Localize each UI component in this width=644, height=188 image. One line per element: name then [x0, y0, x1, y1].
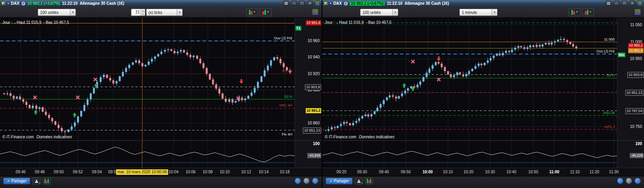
candle-up	[493, 56, 495, 58]
candle-down	[109, 78, 111, 80]
candle-down	[202, 63, 204, 68]
time-tick-label: 10:10	[443, 170, 453, 174]
candle-down	[199, 59, 201, 63]
last-update-time: 11:22:10	[387, 1, 402, 6]
candle-down	[563, 39, 565, 40]
spinner-arrows[interactable]: ▴▾	[141, 9, 145, 16]
candle-up	[74, 122, 76, 126]
candle-up	[352, 123, 354, 125]
invite-user-button[interactable]: +	[33, 178, 40, 184]
indicator-add-button[interactable]: ▾	[260, 8, 272, 16]
candle-up	[257, 82, 259, 87]
candle-up	[90, 93, 92, 99]
candle-up	[132, 62, 134, 65]
minimize-button[interactable]: –	[613, 1, 619, 6]
candle-up	[71, 126, 73, 130]
indicator-add-button[interactable]: ▾	[582, 8, 594, 16]
candle-up	[361, 116, 363, 118]
time-tick-label: 09:48	[35, 170, 44, 174]
price-axis[interactable]: 11 05011 00010 95010 90010 85010 75010 9…	[617, 18, 644, 168]
candle-down	[51, 118, 53, 121]
candlestick-style-button[interactable]: ▾	[246, 8, 258, 16]
candle-up	[416, 85, 418, 87]
time-tick-label: 10:04	[168, 170, 178, 174]
candlestick-style-button[interactable]: ▾	[569, 8, 580, 16]
target-button[interactable]	[312, 178, 318, 184]
price-chart[interactable]: Jour :▴Haut 11 015,9▾Bas 10 457,5 © IT-F…	[322, 18, 617, 140]
maximize-button[interactable]: □	[299, 1, 305, 6]
account-button[interactable]	[303, 178, 310, 184]
candle-up	[517, 46, 519, 48]
candle-up	[122, 72, 124, 76]
close-button[interactable]: ×	[629, 1, 635, 6]
indicator-pane[interactable]	[322, 140, 617, 168]
candle-down	[462, 74, 464, 76]
window-titlebar[interactable]: ▾ DAX i 10 982,1 (+3,67%) 11:22:10 Allem…	[0, 0, 322, 7]
timeframe-select[interactable]: 1 minute ▾	[459, 9, 497, 16]
refresh-button[interactable]	[295, 178, 301, 184]
chevron-down-icon[interactable]: ▾	[330, 2, 332, 5]
candle-up	[343, 122, 345, 124]
mini-chart-icon[interactable]	[315, 1, 320, 6]
chart-shortcut-button[interactable]	[365, 178, 373, 184]
sell-arrow-icon	[437, 56, 441, 61]
time-axis[interactable]: 09:4609:4809:5009:5209:5409:5610:0410:06…	[0, 168, 322, 176]
candle-up	[228, 99, 230, 102]
units-select[interactable]: 100 unités ▾	[38, 9, 76, 16]
account-button[interactable]	[626, 178, 632, 184]
candle-down	[35, 106, 37, 109]
axis-price-label: 10 903,9	[627, 72, 644, 78]
price-chart[interactable]: Jour :▴Haut 11 015,9▾Bas 10 457,5 © IT-F…	[0, 18, 295, 140]
time-tick-label: 09:50	[401, 170, 411, 174]
invite-user-button[interactable]: +	[355, 178, 363, 184]
candle-up	[135, 60, 137, 62]
share-button[interactable]: ↗Partager	[3, 178, 30, 184]
units-select[interactable]: 100 unités ▾	[360, 9, 398, 16]
candle-down	[241, 98, 243, 100]
candlestick-plot[interactable]	[322, 18, 617, 140]
close-button[interactable]: ×	[307, 1, 313, 6]
keyboard-icon[interactable]: ▤	[283, 1, 289, 6]
price-axis[interactable]: 10 96010 94010 92010 90010 86010 981,6T1…	[295, 18, 322, 168]
candle-up	[428, 69, 430, 73]
chart-toolbar: 100 unités ▾ 1 minute ▾ ▾ ▾	[322, 7, 644, 18]
chart-shortcut-button[interactable]	[43, 178, 51, 184]
maximize-button[interactable]: □	[621, 1, 627, 6]
candle-up	[160, 52, 162, 54]
candle-up	[554, 41, 556, 43]
window-titlebar[interactable]: ▾ DAX i 10 982,1 (+3,67%) 11:22:10 Allem…	[322, 0, 644, 7]
share-icon: ↗	[7, 179, 10, 183]
indicator-axis: 100-46,229	[617, 140, 644, 168]
time-axis[interactable]: 09:2009:3009:4009:5010:0010:1010:2010:30…	[322, 168, 644, 176]
refresh-button[interactable]	[617, 178, 623, 184]
chevron-down-icon[interactable]: ▾	[8, 2, 9, 5]
period-unit-select[interactable]: (x) ticks ▾	[146, 9, 183, 16]
candle-down	[548, 43, 550, 44]
detached-chart-icon[interactable]	[312, 9, 318, 15]
mini-chart-icon[interactable]	[637, 1, 642, 6]
candle-down	[499, 54, 501, 55]
candle-down	[441, 64, 443, 67]
info-icon[interactable]: i	[21, 2, 25, 6]
indicator-value-label: -46,229	[630, 153, 644, 158]
keyboard-icon[interactable]: ▤	[605, 1, 611, 6]
time-tick-label: 11:20	[590, 170, 599, 174]
candles-icon	[44, 179, 49, 183]
candle-down	[22, 99, 24, 102]
indicator-pane[interactable]	[0, 140, 295, 168]
period-value-spinner[interactable]: 21 ▴▾	[131, 9, 145, 16]
candle-up	[490, 58, 492, 60]
detached-chart-icon[interactable]	[634, 9, 641, 15]
info-icon[interactable]: i	[344, 2, 348, 6]
axis-price-label: 10 851,13	[625, 90, 644, 96]
candle-down	[286, 67, 288, 70]
candle-down	[532, 45, 534, 47]
time-tick-label: 11:30	[609, 170, 619, 174]
candlestick-plot[interactable]	[0, 18, 295, 140]
share-button[interactable]: ↗Partager	[326, 178, 353, 184]
oscillator-plot	[0, 141, 295, 168]
axis-tick-label: 10 920	[307, 72, 320, 76]
app-icon	[324, 2, 328, 5]
minimize-button[interactable]: –	[291, 1, 297, 6]
target-button[interactable]	[634, 178, 641, 184]
